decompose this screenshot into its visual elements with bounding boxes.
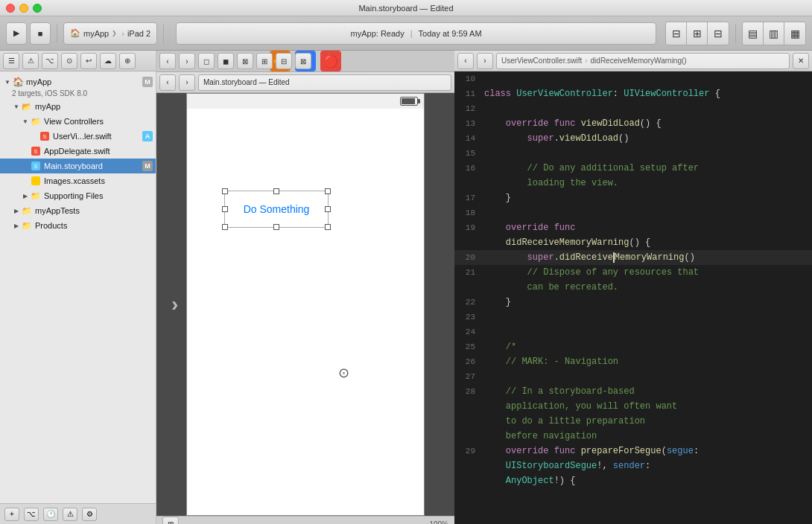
sidebar-nav-btn-6[interactable]: ☁ xyxy=(100,53,116,69)
code-line-25: 25 /* xyxy=(454,339,812,354)
ui-button[interactable]: Do Something xyxy=(227,194,326,225)
canvas-zoom-label: 100% xyxy=(429,520,448,525)
tree-arrow-images xyxy=(21,176,30,185)
canvas-content[interactable]: › xyxy=(156,93,454,516)
editor-version-btn[interactable]: ⊟ xyxy=(708,22,729,45)
myapptests-label: myAppTests xyxy=(35,206,80,215)
sidebar-nav-btn-5[interactable]: ↩ xyxy=(80,53,97,69)
products-folder-icon: 📁 xyxy=(21,220,33,231)
code-line-29c: AnyObject!) { xyxy=(454,473,812,488)
editor-standard-btn[interactable]: ⊟ xyxy=(666,22,687,45)
assets-icon xyxy=(30,175,42,187)
canvas-sec-back[interactable]: ‹ xyxy=(159,74,176,91)
editor-assistant-btn[interactable]: ⊞ xyxy=(687,22,708,45)
sidebar-item-myapp[interactable]: 📂 myApp xyxy=(0,99,156,114)
settings-files-button[interactable]: ⚙ xyxy=(82,508,97,521)
code-line-17: 17 } xyxy=(454,191,812,205)
code-line-26: 26 // MARK: - Navigation xyxy=(454,354,812,369)
code-content[interactable]: 10 11 class UserViewController: UIViewCo… xyxy=(454,71,812,524)
recent-files-button[interactable]: 🕐 xyxy=(43,508,58,521)
sidebar-item-products[interactable]: 📁 Products xyxy=(0,218,156,233)
device-name: iPad 2 xyxy=(127,29,150,38)
canvas-tool-btn-2[interactable]: ⊟ xyxy=(276,53,292,69)
sidebar-nav-btn-1[interactable]: ☰ xyxy=(3,53,19,69)
sidebar-nav-btn-2[interactable]: ⚠ xyxy=(22,53,39,69)
bottom-pane-btn[interactable]: ▥ xyxy=(764,22,784,45)
uservc-badge: A xyxy=(142,131,153,141)
canvas-area: ‹ › ◻ ◼ ⊠ ⊞ ⊟ ⊠ 🔶 📦 🔴 ‹ › Main.storyboar… xyxy=(156,51,454,524)
canvas-sec-forward[interactable]: › xyxy=(179,74,195,91)
sidebar-item-userviewcontroller[interactable]: S UserVi...ler.swift A xyxy=(0,129,156,144)
ui-button-label: Do Something xyxy=(244,203,310,215)
code-close-btn[interactable]: ✕ xyxy=(793,53,809,69)
code-file-label: UserViewController.swift xyxy=(501,57,582,65)
handle-bottom-right[interactable] xyxy=(325,224,331,230)
sidebar-item-myapptests[interactable]: 📁 myAppTests xyxy=(0,203,156,218)
sidebar-nav-btn-7[interactable]: ⊕ xyxy=(119,53,136,69)
code-line-29b: UIStoryboardSegue!, sender: xyxy=(454,458,812,473)
canvas-tool-btn-1[interactable]: ⊞ xyxy=(256,53,273,69)
iphone-body[interactable]: Do Something ⊙ xyxy=(187,109,424,515)
sidebar-nav-btn-4[interactable]: ⊙ xyxy=(61,53,77,69)
handle-bottom-left[interactable] xyxy=(222,224,228,230)
toolbar-right: ⊟ ⊞ ⊟ ▤ ▥ ▦ xyxy=(665,22,806,45)
code-line-11: 11 class UserViewController: UIViewContr… xyxy=(454,86,812,101)
canvas-tool-btn-3[interactable]: ⊠ xyxy=(295,53,311,69)
issues-button[interactable]: ⚠ xyxy=(63,508,77,521)
button-selection[interactable]: Do Something xyxy=(224,191,329,228)
images-label: Images.xcassets xyxy=(44,176,105,185)
filter-files-button[interactable]: ⌥ xyxy=(24,508,39,521)
traffic-lights xyxy=(0,4,42,13)
canvas-zoom-fill-btn[interactable]: ◼ xyxy=(218,53,234,69)
sidebar-item-supporting[interactable]: 📁 Supporting Files xyxy=(0,188,156,203)
tree-arrow-myapp xyxy=(12,102,21,111)
sidebar-nav-btn-3[interactable]: ⌥ xyxy=(42,53,58,69)
add-file-button[interactable]: + xyxy=(4,508,19,521)
sidebar-tree: 🏠 myApp M 2 targets, iOS SDK 8.0 📂 myApp… xyxy=(0,71,156,503)
handle-bottom-center[interactable] xyxy=(273,224,279,230)
sidebar-item-project[interactable]: 🏠 myApp M xyxy=(0,74,156,89)
code-forward-btn[interactable]: › xyxy=(477,53,493,69)
code-line-23: 23 xyxy=(454,310,812,325)
tree-arrow-supporting xyxy=(21,191,30,200)
code-back-btn[interactable]: ‹ xyxy=(457,53,474,69)
tree-arrow-myapptests xyxy=(12,206,21,215)
handle-mid-right[interactable] xyxy=(325,206,331,212)
canvas-back-btn[interactable]: ‹ xyxy=(159,53,176,69)
canvas-bottom: ⊞ 100% xyxy=(156,516,454,524)
scheme-selector[interactable]: 🏠 myApp ❯ › iPad 2 xyxy=(63,22,157,45)
tree-arrow-uservc xyxy=(30,132,39,141)
code-line-16b: loading the view. xyxy=(454,176,812,191)
left-pane-btn[interactable]: ▤ xyxy=(743,22,764,45)
code-editor: ‹ › UserViewController.swift › didReceiv… xyxy=(454,51,812,524)
minimize-button[interactable] xyxy=(19,4,28,13)
swift-icon-appdelegate: S xyxy=(30,145,42,157)
code-line-21b: can be recreated. xyxy=(454,280,812,295)
sidebar-item-viewcontrollers[interactable]: 📁 View Controllers xyxy=(0,114,156,129)
run-button[interactable]: ▶ xyxy=(6,22,27,45)
toolbar-separator-2 xyxy=(163,24,164,43)
myapptests-folder-icon: 📁 xyxy=(21,205,33,217)
canvas-zoom-fit-btn[interactable]: ◻ xyxy=(198,53,215,69)
canvas-nav-path-text: Main.storyboard — Edited xyxy=(203,78,290,86)
status-text: myApp: Ready xyxy=(351,29,405,38)
sidebar-toolbar: ☰ ⚠ ⌥ ⊙ ↩ ☁ ⊕ xyxy=(0,51,156,71)
stop-button[interactable]: ■ xyxy=(30,22,51,45)
pane-selector-group: ▤ ▥ ▦ xyxy=(742,22,806,45)
sidebar-item-appdelegate[interactable]: S AppDelegate.swift xyxy=(0,144,156,159)
close-button[interactable] xyxy=(6,4,15,13)
canvas-forward-btn[interactable]: › xyxy=(179,53,195,69)
canvas-bottom-btn-1[interactable]: ⊞ xyxy=(162,517,179,524)
sidebar-item-images[interactable]: Images.xcassets xyxy=(0,173,156,188)
sidebar-bottom: + ⌥ 🕐 ⚠ ⚙ xyxy=(0,503,156,524)
swift-icon-uservc: S xyxy=(39,130,51,142)
right-pane-btn[interactable]: ▦ xyxy=(784,22,805,45)
sidebar-item-mainstoryboard[interactable]: S Main.storyboard M xyxy=(0,159,156,173)
tree-arrow-viewcontrollers xyxy=(21,117,30,126)
canvas-zoom-btn[interactable]: ⊠ xyxy=(237,53,253,69)
handle-top-right[interactable] xyxy=(325,188,331,194)
maximize-button[interactable] xyxy=(33,4,42,13)
storyboard-ref-icon[interactable]: 🔴 xyxy=(320,51,341,71)
toolbar-separator-1 xyxy=(57,24,57,43)
canvas-left-controls: ⊞ xyxy=(162,517,179,524)
